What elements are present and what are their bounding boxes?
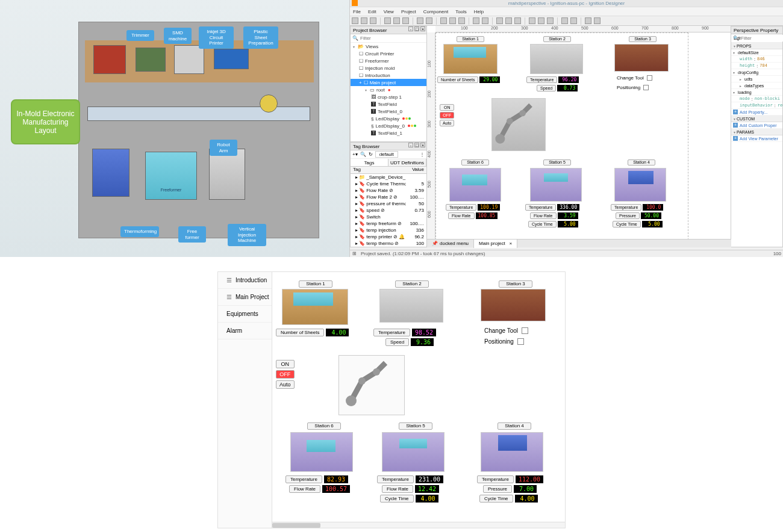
tree-injection-mold[interactable]: ☐Injection mold bbox=[351, 64, 426, 72]
tag-dock-icon[interactable]: □ bbox=[414, 143, 419, 147]
robot-on-button[interactable]: ON bbox=[440, 104, 454, 111]
toolbar-pointer-icon[interactable] bbox=[473, 17, 479, 24]
tag-close-icon[interactable]: × bbox=[420, 143, 425, 147]
toolbar-move-icon[interactable] bbox=[482, 17, 488, 24]
toolbar-align-top-icon[interactable] bbox=[529, 17, 535, 24]
toolbar-undo-icon[interactable] bbox=[361, 17, 367, 24]
toolbar-stop-icon[interactable] bbox=[426, 17, 432, 24]
custom-section[interactable]: ▾CUSTOM bbox=[731, 116, 782, 122]
toolbar-save-icon[interactable] bbox=[352, 17, 358, 24]
rt-change-tool-checkbox[interactable] bbox=[522, 327, 528, 334]
menu-component[interactable]: Component bbox=[423, 9, 448, 14]
tag-row[interactable]: ▸ 🔖 Flow Rate 2 ⊘100.… bbox=[351, 194, 426, 200]
tree-circuit-printer[interactable]: ☐Circuit Printer bbox=[351, 50, 426, 57]
prop-loading[interactable]: ▾loading bbox=[731, 89, 782, 96]
toolbar-grid-icon[interactable] bbox=[585, 17, 591, 24]
toolbar-cut-icon[interactable] bbox=[384, 17, 391, 24]
menu-help[interactable]: Help bbox=[474, 9, 484, 14]
tree-main-project[interactable]: +☐Main project bbox=[351, 79, 426, 86]
tree-textfield[interactable]: 🆃TextField bbox=[351, 101, 426, 108]
rt-positioning-checkbox[interactable] bbox=[517, 338, 524, 345]
add-viewparams-link[interactable]: + Add View Parameter bbox=[731, 135, 782, 142]
add-custom-link[interactable]: + Add Custom Proper bbox=[731, 122, 782, 129]
tab-main-project[interactable]: Main project× bbox=[474, 240, 517, 248]
add-property-link[interactable]: + Add Property... bbox=[731, 109, 782, 116]
close-tab-icon[interactable]: × bbox=[510, 240, 513, 248]
toolbar-align-middle-icon[interactable] bbox=[538, 17, 544, 24]
menu-tools[interactable]: Tools bbox=[455, 9, 467, 14]
tag-row[interactable]: ▸ 🔖 speed ⊘0.73 bbox=[351, 207, 426, 214]
station4-image[interactable] bbox=[614, 168, 666, 202]
rt-s5-image[interactable] bbox=[382, 432, 445, 472]
props-section[interactable]: ▾PROPS bbox=[731, 43, 782, 49]
prop-dropconfig[interactable]: ▾dropConfig bbox=[731, 69, 782, 76]
rt-auto-button[interactable]: Auto bbox=[276, 380, 295, 389]
tag-min-icon[interactable]: - bbox=[408, 143, 413, 147]
panel-dock-icon[interactable]: □ bbox=[414, 26, 419, 31]
tab-udt[interactable]: UDT Definitions bbox=[388, 159, 426, 166]
rt-s1-image[interactable] bbox=[282, 289, 348, 325]
tag-more-icon[interactable]: ⋮ bbox=[420, 152, 425, 157]
robot-auto-button[interactable]: Auto bbox=[440, 120, 454, 126]
tag-default-dropdown[interactable]: default bbox=[375, 151, 398, 158]
station5-image[interactable] bbox=[530, 168, 582, 202]
tag-row[interactable]: ▸ 🔖 Cycle time Thermo5 bbox=[351, 181, 426, 187]
tree-leddisplay[interactable]: §LedDisplay bbox=[351, 115, 426, 122]
toolbar-zoomout-icon[interactable] bbox=[449, 17, 456, 24]
robot-image[interactable] bbox=[491, 98, 546, 151]
tag-row[interactable]: ▸ 🔖 temp printer ⊘ 🔔96.2 bbox=[351, 234, 426, 240]
project-filter-input[interactable] bbox=[360, 35, 425, 42]
tab-docked-menu[interactable]: 📌docked menu bbox=[427, 240, 474, 248]
tree-views[interactable]: ▾📂Views bbox=[351, 43, 426, 50]
station1-image[interactable] bbox=[443, 44, 498, 74]
tree-textfield0[interactable]: 🆃TextField_0 bbox=[351, 108, 426, 115]
tree-introduction[interactable]: ☐Introduction bbox=[351, 72, 426, 79]
positioning-checkbox[interactable] bbox=[643, 85, 649, 90]
tree-leddisplay0[interactable]: §LedDisplay_0 bbox=[351, 122, 426, 129]
prop-mode[interactable]: mode : non-blocki bbox=[731, 96, 782, 102]
menu-file[interactable]: File bbox=[353, 9, 361, 14]
view-area[interactable]: Station 1 Number of Sheets29.00 Station … bbox=[435, 32, 688, 240]
change-tool-checkbox[interactable] bbox=[647, 75, 652, 81]
toolbar-dist-v-icon[interactable] bbox=[570, 17, 577, 24]
toolbar-dist-h-icon[interactable] bbox=[561, 17, 568, 24]
tree-freeformer[interactable]: ☐Freeformer bbox=[351, 57, 426, 64]
menu-view[interactable]: View bbox=[384, 9, 394, 14]
tree-root[interactable]: ▾▭root● bbox=[351, 86, 426, 93]
prop-defaultsize[interactable]: ▾defaultSize bbox=[731, 49, 782, 56]
params-section[interactable]: ▾PARAMS bbox=[731, 129, 782, 135]
scrollbar-thumb[interactable] bbox=[272, 523, 320, 528]
toolbar-align-center-icon[interactable] bbox=[505, 17, 512, 24]
toolbar-align-left-icon[interactable] bbox=[496, 17, 503, 24]
tag-row[interactable]: ▸ 🔖 temp thermo ⊘100 bbox=[351, 240, 426, 247]
property-filter-input[interactable] bbox=[741, 35, 783, 42]
runtime-scrollbar[interactable] bbox=[272, 522, 565, 528]
tag-row[interactable]: ▸ 🔖 temp injection336 bbox=[351, 227, 426, 234]
toolbar-zoomfit-icon[interactable] bbox=[458, 17, 465, 24]
rt-s2-image[interactable] bbox=[379, 289, 443, 323]
panel-min-icon[interactable]: - bbox=[408, 26, 413, 31]
rt-on-button[interactable]: ON bbox=[276, 360, 295, 368]
prop-inputbehavior[interactable]: inputBehavior : req bbox=[731, 102, 782, 109]
station3-image[interactable] bbox=[614, 44, 669, 72]
station6-image[interactable] bbox=[449, 168, 501, 202]
rt-s6-image[interactable] bbox=[290, 432, 353, 472]
toolbar-align-right-icon[interactable] bbox=[514, 17, 521, 24]
toolbar-redo-icon[interactable] bbox=[370, 17, 376, 24]
tag-row[interactable]: ▸ 🔖 pressure of thermo 🔔50 bbox=[351, 200, 426, 207]
panel-close-icon[interactable]: × bbox=[420, 26, 425, 31]
toolbar-snap-icon[interactable] bbox=[594, 17, 601, 24]
prop-datatypes[interactable]: ▸dataTypes bbox=[731, 82, 782, 89]
toolbar-align-bottom-icon[interactable] bbox=[547, 17, 554, 24]
prop-udts[interactable]: ▸udts bbox=[731, 76, 782, 82]
nav-main-project[interactable]: ☰Main Project bbox=[218, 289, 272, 306]
station2-image[interactable] bbox=[530, 44, 583, 74]
rt-s3-image[interactable] bbox=[481, 289, 546, 321]
tag-row[interactable]: ▸ 🔖 temp freeform ⊘100.… bbox=[351, 220, 426, 227]
nav-alarm[interactable]: Alarm bbox=[218, 323, 272, 339]
tag-search-icon[interactable]: 🔍 bbox=[360, 152, 366, 157]
prop-width[interactable]: width : 846 bbox=[731, 56, 782, 63]
rt-off-button[interactable]: OFF bbox=[276, 370, 295, 379]
prop-height[interactable]: height : 784 bbox=[731, 63, 782, 69]
tree-crop-step1[interactable]: 🖼crop-step 1 bbox=[351, 93, 426, 101]
